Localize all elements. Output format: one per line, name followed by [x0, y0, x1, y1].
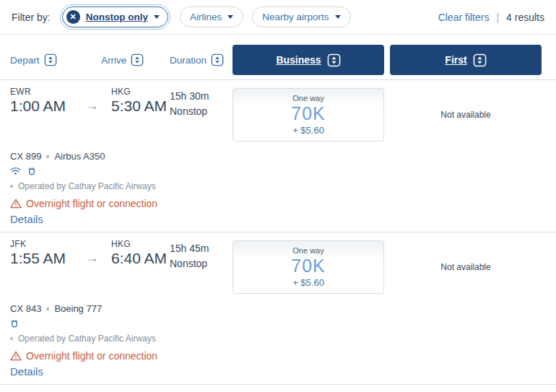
details-link[interactable]: Details — [10, 365, 43, 378]
fare-type: One way — [292, 94, 323, 103]
warning-text: Overnight flight or connection — [26, 350, 157, 362]
filter-nonstop-only[interactable]: ✕ Nonstop only — [62, 6, 168, 27]
chevron-down-icon — [335, 15, 341, 19]
first-fare-unavailable: Not available — [390, 88, 542, 141]
sort-icon — [473, 53, 487, 67]
business-column-label: Business — [276, 54, 321, 66]
fare-taxes: + $5.60 — [292, 277, 324, 288]
sort-icon — [327, 53, 341, 67]
warning-triangle-icon — [10, 351, 22, 361]
sort-business-column[interactable]: Business — [233, 45, 384, 75]
details-link[interactable]: Details — [10, 213, 43, 225]
sort-first-column[interactable]: First — [390, 45, 542, 75]
flight-row: JFK 9:00 AM → HKG 2:15 PM 16h 15m Nonsto… — [0, 385, 556, 392]
business-fare-card[interactable]: One way 70K + $5.60 — [233, 240, 384, 294]
origin-code: JFK — [10, 239, 83, 249]
clear-filters-link[interactable]: Clear filters — [438, 12, 490, 23]
depart-column-label: Depart — [10, 55, 40, 66]
filter-airlines-label: Airlines — [190, 12, 222, 22]
separator-dot — [46, 308, 49, 310]
flight-duration: 15h 45m — [170, 241, 233, 256]
fare-miles: 70K — [291, 256, 325, 276]
fare-type: One way — [292, 246, 323, 255]
separator: | — [496, 12, 499, 23]
results-table-header: Depart Arrive Duration Business First — [0, 35, 556, 75]
first-column-label: First — [445, 54, 466, 66]
beverage-icon — [10, 319, 19, 328]
origin-code: EWR — [10, 87, 83, 97]
fare-taxes: + $5.60 — [292, 125, 324, 136]
sort-icon — [44, 53, 57, 66]
sort-icon — [211, 53, 224, 66]
filter-bar: Filter by: ✕ Nonstop only Airlines Nearb… — [0, 0, 556, 35]
chevron-down-icon — [154, 15, 160, 19]
bullet — [10, 337, 13, 340]
depart-time: 1:55 AM — [10, 250, 83, 267]
filter-by-label: Filter by: — [12, 12, 51, 23]
aircraft-type: Airbus A350 — [54, 151, 105, 162]
bullet — [10, 185, 13, 188]
flight-row: JFK 1:55 AM → HKG 6:40 AM 15h 45m Nonsto… — [0, 232, 556, 385]
operated-by-text: Operated by Cathay Pacific Airways — [18, 334, 156, 344]
arrive-time: 6:40 AM — [111, 250, 170, 267]
operated-by-text: Operated by Cathay Pacific Airways — [18, 181, 156, 191]
filter-nonstop-label: Nonstop only — [86, 12, 148, 22]
x-circle-icon[interactable]: ✕ — [66, 10, 80, 24]
business-fare-card[interactable]: One way 70K + $5.60 — [233, 88, 384, 141]
flight-row: EWR 1:00 AM → HKG 5:30 AM 15h 30m Nonsto… — [0, 80, 556, 232]
filter-nearby-airports-label: Nearby airports — [262, 12, 329, 22]
arrow-right-icon: → — [83, 87, 101, 113]
filter-airlines[interactable]: Airlines — [180, 6, 243, 27]
flight-duration: 15h 30m — [170, 89, 233, 104]
beverage-icon — [27, 167, 36, 176]
sort-depart[interactable]: Depart — [10, 45, 101, 66]
duration-column-label: Duration — [170, 55, 207, 66]
warning-triangle-icon — [10, 199, 22, 209]
sort-arrive[interactable]: Arrive — [101, 45, 170, 66]
sort-icon — [131, 53, 144, 66]
arrive-column-label: Arrive — [101, 55, 126, 66]
flight-number: CX 899 — [10, 151, 41, 162]
separator-dot — [46, 155, 49, 158]
destination-code: HKG — [111, 239, 170, 249]
flight-stops: Nonstop — [170, 104, 233, 119]
chevron-down-icon — [227, 15, 233, 19]
arrive-time: 5:30 AM — [111, 97, 170, 115]
results-count: 4 results — [506, 12, 544, 23]
arrow-right-icon: → — [83, 239, 101, 266]
first-fare-unavailable: Not available — [390, 240, 542, 294]
aircraft-type: Boeing 777 — [54, 303, 102, 314]
depart-time: 1:00 AM — [10, 97, 83, 115]
flight-number: CX 843 — [10, 303, 41, 314]
wifi-icon — [10, 167, 21, 175]
warning-text: Overnight flight or connection — [26, 198, 157, 209]
filter-nearby-airports[interactable]: Nearby airports — [252, 6, 350, 27]
sort-duration[interactable]: Duration — [170, 45, 233, 66]
fare-miles: 70K — [291, 103, 325, 124]
flight-stops: Nonstop — [170, 256, 233, 271]
destination-code: HKG — [111, 87, 170, 97]
